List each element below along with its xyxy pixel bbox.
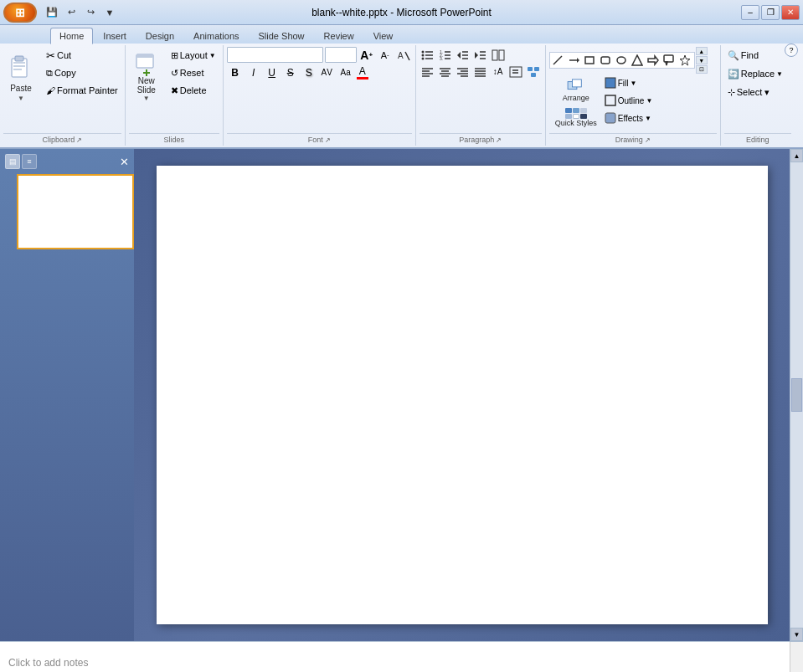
find-icon: 🔍 bbox=[728, 50, 739, 61]
svg-rect-31 bbox=[492, 50, 497, 60]
shape-rect[interactable] bbox=[583, 54, 596, 67]
scroll-thumb[interactable] bbox=[791, 378, 802, 412]
select-button[interactable]: ⊹ Select ▾ bbox=[724, 84, 791, 100]
italic-button[interactable]: I bbox=[245, 64, 262, 80]
scroll-track-bottom[interactable] bbox=[790, 412, 803, 628]
paragraph-dialog-launcher[interactable]: ↗ bbox=[496, 136, 502, 144]
arrange-button[interactable]: Arrange bbox=[552, 77, 600, 104]
slides-tab[interactable]: ▤ bbox=[5, 154, 20, 169]
dec-indent-button[interactable] bbox=[455, 47, 471, 63]
shape-outline-button[interactable]: Outline ▼ bbox=[601, 92, 656, 109]
shape-effects-button[interactable]: Effects ▼ bbox=[601, 110, 656, 126]
align-text-button[interactable] bbox=[507, 64, 524, 80]
undo-button[interactable]: ↩ bbox=[63, 4, 80, 21]
tab-insert[interactable]: Insert bbox=[94, 27, 136, 44]
shapes-scroll-down[interactable]: ▼ bbox=[696, 56, 708, 64]
save-button[interactable]: 💾 bbox=[44, 4, 60, 21]
scroll-track[interactable] bbox=[790, 162, 803, 378]
drawing-group-content: ▲ ▼ ⊡ Arrange bbox=[549, 47, 717, 133]
shape-rounded-rect[interactable] bbox=[599, 54, 612, 67]
delete-button[interactable]: ✖ Delete bbox=[167, 82, 219, 99]
help-button[interactable]: ? bbox=[785, 44, 798, 57]
scroll-up-button[interactable]: ▲ bbox=[790, 149, 803, 162]
paste-button[interactable]: Paste ▼ bbox=[3, 47, 39, 105]
new-slide-button[interactable]: New Slide ▼ bbox=[129, 47, 164, 105]
tab-slideshow[interactable]: Slide Show bbox=[250, 27, 314, 44]
align-center-button[interactable] bbox=[437, 64, 454, 80]
shape-triangle[interactable] bbox=[631, 54, 644, 67]
font-name-input[interactable] bbox=[227, 47, 323, 63]
tab-review[interactable]: Review bbox=[315, 27, 363, 44]
replace-button[interactable]: 🔄 Replace ▼ bbox=[724, 65, 791, 82]
layout-button[interactable]: ⊞ Layout ▼ bbox=[167, 47, 219, 64]
quick-styles-button[interactable]: Quick Styles bbox=[552, 105, 600, 131]
shape-oval[interactable] bbox=[615, 54, 628, 67]
shrink-font-button[interactable]: A- bbox=[377, 47, 394, 63]
tab-home[interactable]: Home bbox=[50, 28, 93, 44]
redo-button[interactable]: ↪ bbox=[82, 4, 99, 21]
shapes-scroll-up[interactable]: ▲ bbox=[696, 47, 708, 55]
canvas-area[interactable] bbox=[134, 149, 790, 641]
quick-access-arrow[interactable]: ▼ bbox=[101, 4, 118, 21]
numbering-button[interactable]: 1.2.3. bbox=[437, 47, 454, 63]
inc-indent-button[interactable] bbox=[472, 47, 489, 63]
slide-canvas[interactable] bbox=[157, 166, 768, 624]
svg-marker-27 bbox=[475, 52, 478, 59]
svg-text:A: A bbox=[398, 51, 404, 60]
close-button[interactable]: ✕ bbox=[781, 5, 800, 20]
shape-arrow[interactable] bbox=[567, 54, 580, 67]
slide-panel-close[interactable]: ✕ bbox=[120, 156, 129, 167]
shape-line[interactable] bbox=[551, 54, 564, 67]
font-dialog-launcher[interactable]: ↗ bbox=[325, 136, 331, 144]
drawing-large-btns: Arrange Quick Styles bbox=[549, 77, 600, 131]
copy-button[interactable]: ⧉ Copy bbox=[43, 64, 121, 81]
scroll-down-button[interactable]: ▼ bbox=[790, 628, 803, 641]
font-color-button[interactable]: A bbox=[356, 64, 369, 80]
drawing-dialog-launcher[interactable]: ↗ bbox=[645, 136, 651, 144]
find-button[interactable]: 🔍 Find bbox=[724, 47, 791, 64]
svg-rect-2 bbox=[13, 62, 25, 64]
clipboard-dialog-launcher[interactable]: ↗ bbox=[76, 136, 82, 144]
strikethrough-button[interactable]: S bbox=[282, 64, 299, 80]
convert-smartart-button[interactable] bbox=[525, 64, 542, 80]
underline-button[interactable]: U bbox=[264, 64, 281, 80]
layout-arrow[interactable]: ▼ bbox=[209, 52, 216, 59]
clear-format-button[interactable]: A bbox=[395, 47, 412, 63]
shadow-button[interactable]: S bbox=[301, 64, 317, 80]
align-right-button[interactable] bbox=[455, 64, 471, 80]
tab-view[interactable]: View bbox=[364, 27, 403, 44]
shapes-scroll-all[interactable]: ⊡ bbox=[696, 65, 708, 74]
change-case-button[interactable]: Aa bbox=[337, 64, 354, 80]
align-left-button[interactable] bbox=[420, 64, 436, 80]
font-size-input[interactable]: 32 bbox=[325, 47, 357, 63]
drawing-label: Drawing ↗ bbox=[549, 133, 717, 144]
shape-right-arrow[interactable] bbox=[646, 54, 660, 67]
grow-font-button[interactable]: A+ bbox=[358, 47, 375, 63]
paste-arrow[interactable]: ▼ bbox=[18, 95, 24, 102]
text-direction-button[interactable]: ↕A bbox=[490, 64, 507, 80]
shape-format-btns: Fill ▼ Outline ▼ Effects ▼ bbox=[601, 74, 656, 133]
slide-thumbnail-1[interactable] bbox=[17, 174, 134, 249]
bold-button[interactable]: B bbox=[227, 64, 244, 80]
shape-star[interactable] bbox=[678, 54, 692, 67]
notes-area[interactable]: Click to add notes bbox=[0, 641, 803, 672]
char-spacing-button[interactable]: AV bbox=[319, 64, 336, 80]
reset-button[interactable]: ↺ Reset bbox=[167, 64, 219, 81]
minimize-button[interactable]: – bbox=[741, 5, 759, 20]
bullets-button[interactable] bbox=[420, 47, 436, 63]
svg-marker-64 bbox=[666, 62, 667, 65]
format-painter-button[interactable]: 🖌 Format Painter bbox=[43, 82, 121, 99]
replace-arrow[interactable]: ▼ bbox=[776, 70, 783, 78]
new-slide-arrow[interactable]: ▼ bbox=[143, 95, 150, 102]
restore-button[interactable]: ❐ bbox=[761, 5, 780, 20]
svg-rect-68 bbox=[605, 78, 615, 88]
outline-tab[interactable]: ≡ bbox=[22, 154, 37, 169]
columns-button[interactable] bbox=[490, 47, 507, 63]
shape-fill-button[interactable]: Fill ▼ bbox=[601, 74, 656, 91]
tab-animations[interactable]: Animations bbox=[184, 27, 248, 44]
shape-callout[interactable] bbox=[662, 54, 676, 67]
cut-button[interactable]: ✂ Cut bbox=[43, 47, 121, 64]
office-button[interactable]: ⊞ bbox=[3, 3, 37, 23]
justify-button[interactable] bbox=[472, 64, 489, 80]
tab-design[interactable]: Design bbox=[136, 27, 183, 44]
